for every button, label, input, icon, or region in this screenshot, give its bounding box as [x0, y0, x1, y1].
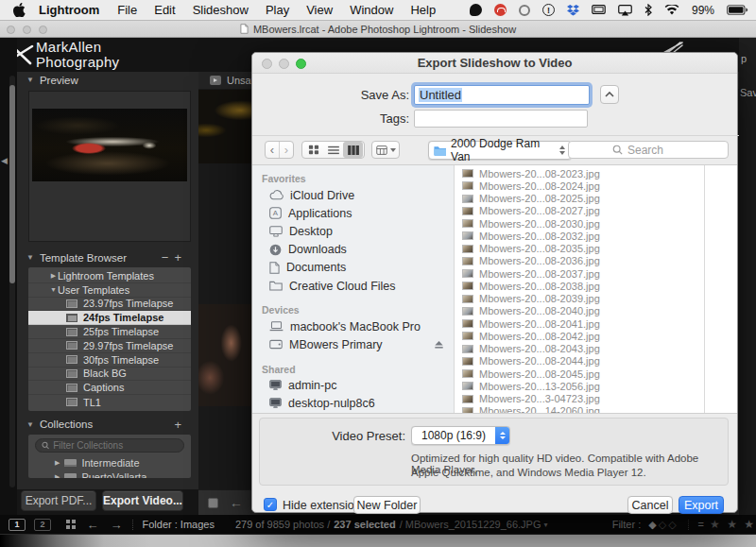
search-input[interactable] — [627, 144, 684, 157]
file-item[interactable]: Mbowers-20...08-2035.jpg — [455, 243, 704, 255]
group-options-button[interactable] — [371, 141, 400, 159]
wifi-icon[interactable] — [664, 5, 679, 15]
alert-icon[interactable]: ! — [542, 4, 555, 16]
flag-filter-filled-icon[interactable]: ◆ — [648, 519, 658, 531]
expand-dialog-button[interactable] — [600, 85, 619, 104]
file-item[interactable]: Mbowers-20...08-2023.jpg — [455, 167, 704, 179]
cancel-button[interactable]: Cancel — [627, 496, 673, 514]
panel-scrollbar-track[interactable] — [9, 76, 15, 487]
sidebar-item-icloud-drive[interactable]: iCloud Drive — [252, 186, 454, 204]
tags-field[interactable] — [414, 110, 588, 128]
template-item[interactable]: Captions — [28, 381, 191, 395]
file-item[interactable]: Mbowers-20...08-2030.jpg — [455, 217, 704, 230]
window-close-button[interactable] — [7, 26, 15, 34]
template-item-selected[interactable]: 24fps Timelapse — [28, 311, 191, 325]
notification-bubble-icon[interactable] — [470, 4, 482, 16]
file-item[interactable]: Mbowers-20...08-2039.jpg — [455, 293, 704, 305]
window-zoom-button[interactable] — [39, 26, 47, 34]
template-group-user-templates[interactable]: ▼User Templates — [28, 283, 191, 298]
secondary-screen-button[interactable]: 2 — [34, 519, 51, 531]
template-group-lightroom-templates[interactable]: ▶Lightroom Templates — [28, 269, 191, 283]
file-item[interactable]: Mbowers-20...08-2042.jpg — [455, 330, 704, 342]
sidebar-item-documents[interactable]: Documents — [252, 259, 454, 277]
menu-item-file[interactable]: File — [109, 3, 146, 17]
panel-scrollbar-thumb[interactable] — [9, 85, 15, 283]
battery-icon[interactable] — [727, 5, 748, 15]
filter-collections-field[interactable] — [35, 438, 184, 453]
add-collection-button[interactable]: + — [174, 418, 187, 432]
sidebar-item-desktop-nulp8c6[interactable]: desktop-nulp8c6 — [252, 395, 454, 413]
displays-icon[interactable] — [592, 5, 606, 15]
file-item[interactable]: Mbowers-20...08-2038.jpg — [455, 280, 704, 292]
save-as-field[interactable]: Untitled — [414, 85, 590, 105]
search-field[interactable] — [568, 141, 729, 159]
forward-button[interactable]: › — [280, 142, 293, 158]
file-item[interactable]: Mbowers-20...08-2027.jpg — [455, 205, 704, 217]
sidebar-item-mbowers-primary[interactable]: MBowers Primary — [252, 335, 454, 353]
previous-slide-icon[interactable]: ← — [230, 495, 243, 510]
file-item[interactable]: Mbowers-20...08-2040.jpg — [455, 305, 704, 317]
creative-cloud-icon[interactable] — [519, 5, 530, 16]
list-view-button[interactable] — [323, 142, 343, 158]
dialog-zoom-button[interactable] — [296, 59, 306, 69]
filter-collections-input[interactable] — [53, 440, 178, 451]
sidebar-item-downloads[interactable]: Downloads — [252, 241, 454, 259]
grid-view-icon[interactable] — [66, 520, 76, 529]
bluetooth-icon[interactable] — [644, 4, 652, 16]
flag-filter-outline-icons[interactable]: ◇◇ — [659, 519, 679, 531]
export-video-button[interactable]: Export Video... — [102, 490, 183, 511]
eject-icon[interactable] — [434, 339, 444, 352]
column-view-button[interactable] — [343, 142, 363, 158]
template-item[interactable]: Black BG — [28, 368, 191, 382]
menu-item-play[interactable]: Play — [257, 3, 298, 17]
file-item[interactable]: Mbowers-20...08-2025.jpg — [455, 193, 704, 205]
dropbox-icon[interactable] — [567, 5, 579, 16]
new-folder-button[interactable]: New Folder — [353, 496, 421, 514]
sidebar-item-admin-pc[interactable]: admin-pc — [252, 377, 454, 395]
menu-item-help[interactable]: Help — [402, 3, 444, 17]
back-button[interactable]: ‹ — [266, 142, 280, 158]
icon-view-button[interactable] — [303, 142, 323, 158]
file-item[interactable]: Mbowers-20...08-2037.jpg — [455, 267, 704, 280]
tags-input[interactable] — [419, 111, 583, 126]
dialog-minimize-button[interactable] — [279, 59, 289, 69]
sidebar-item-creative-cloud-files[interactable]: Creative Cloud Files — [252, 277, 454, 295]
template-item[interactable]: 30fps Timelapse — [28, 353, 191, 368]
template-item[interactable]: 29.97fps Timelapse — [28, 339, 191, 353]
sidebar-item-desktop[interactable]: Desktop — [252, 222, 454, 240]
panel-collapse-arrow-icon[interactable]: ◀ — [1, 156, 8, 165]
file-item[interactable]: Mbowers-20...08-2045.jpg — [455, 368, 704, 380]
window-minimize-button[interactable] — [23, 26, 31, 34]
template-item[interactable]: 23.97fps Timelapse — [28, 298, 191, 312]
collection-item[interactable]: ▶PuertoVallarta — [28, 470, 191, 478]
file-item[interactable]: Mbowers-20...08-2043.jpg — [455, 343, 704, 355]
stop-icon[interactable] — [208, 498, 218, 508]
export-button[interactable]: Export — [679, 496, 724, 514]
previous-photo-icon[interactable]: ← — [87, 518, 99, 532]
current-filename[interactable]: / MBowers_20151229_66.JPG — [400, 519, 541, 530]
menu-item-slideshow[interactable]: Slideshow — [184, 3, 257, 17]
location-popup[interactable]: 2000 Dodge Ram Van — [428, 141, 572, 160]
next-photo-icon[interactable]: → — [111, 518, 123, 532]
file-item[interactable]: Mbowers-20...08-2032.jpg — [455, 230, 704, 242]
file-item[interactable]: Mbowers-20...08-2036.jpg — [455, 255, 704, 267]
airplay-icon[interactable] — [618, 5, 632, 16]
add-template-button[interactable]: + — [174, 250, 187, 265]
file-item[interactable]: Mbowers-20...13-2056.jpg — [455, 380, 704, 392]
menu-item-lightroom[interactable]: Lightroom — [31, 3, 109, 17]
menu-item-view[interactable]: View — [298, 3, 341, 17]
sidebar-item-applications[interactable]: A Applications — [252, 204, 454, 222]
file-item[interactable]: Mbowers-20...3-04723.jpg — [455, 393, 704, 405]
apple-menu-icon[interactable] — [8, 3, 31, 17]
collections-panel-header[interactable]: ▼ Collections + — [17, 417, 198, 433]
filmstrip-scrollbar[interactable] — [0, 534, 756, 547]
menu-item-edit[interactable]: Edit — [146, 3, 183, 17]
adobe-badge-icon[interactable] — [494, 4, 507, 16]
dialog-close-button[interactable] — [262, 59, 272, 69]
filename-dropdown-icon[interactable]: ▾ — [544, 521, 548, 529]
hide-extension-checkbox[interactable]: ✓ — [264, 498, 277, 511]
remove-template-button[interactable]: − — [162, 250, 175, 265]
star-rating-filter[interactable]: ★ ★ ★ — [710, 518, 756, 531]
primary-screen-button[interactable]: 1 — [9, 519, 26, 531]
rating-operator[interactable]: = — [698, 519, 704, 530]
